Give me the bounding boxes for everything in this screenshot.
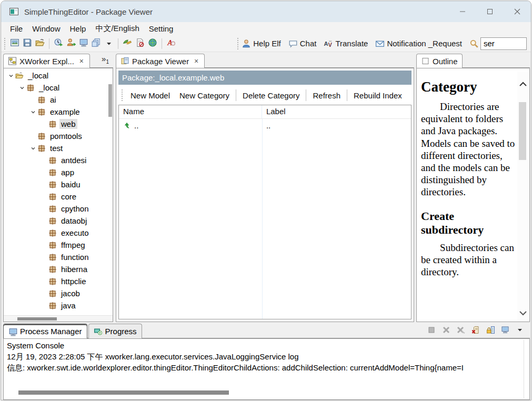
toolbar-right-grip[interactable] bbox=[237, 38, 239, 49]
run-user-button[interactable] bbox=[65, 37, 77, 50]
terminate-icon[interactable] bbox=[427, 326, 436, 334]
tree-item-test[interactable]: test bbox=[4, 142, 113, 154]
tree-item-label: app bbox=[59, 167, 76, 177]
tab-xworker-explorer[interactable]: XWorker Expl... × bbox=[3, 54, 90, 68]
refresh-button[interactable]: Refresh bbox=[308, 89, 345, 102]
dropdown-arrow-icon[interactable] bbox=[515, 326, 525, 334]
menu-bar: FileWindowHelp中文/EnglishSetting bbox=[1, 22, 531, 35]
chat-button[interactable]: Chat bbox=[288, 39, 317, 48]
tree-item-executo[interactable]: executo bbox=[4, 227, 113, 239]
chevron-spacer bbox=[40, 289, 48, 298]
tree-item-example[interactable]: example bbox=[4, 106, 113, 118]
menu-item-help[interactable]: Help bbox=[65, 23, 91, 34]
package-folder-icon bbox=[121, 57, 129, 65]
tab-close-icon[interactable]: × bbox=[78, 57, 85, 65]
new-category-button[interactable]: New Category bbox=[175, 89, 234, 102]
tree-item-antdesi[interactable]: antdesi bbox=[4, 154, 113, 166]
verify-document-button[interactable] bbox=[134, 37, 146, 50]
schedule-refresh-button[interactable] bbox=[52, 37, 65, 50]
monitor-button[interactable] bbox=[77, 37, 90, 50]
gallery-button[interactable] bbox=[8, 37, 21, 50]
tree-item-dataobj[interactable]: dataobj bbox=[4, 215, 113, 227]
column-header-label[interactable]: Label bbox=[262, 105, 290, 118]
chevron-spacer bbox=[40, 277, 48, 286]
table-row[interactable]: .... bbox=[119, 119, 411, 132]
right-sash[interactable] bbox=[414, 53, 415, 322]
save-button[interactable] bbox=[21, 37, 34, 50]
tree-item-hiberna[interactable]: hiberna bbox=[4, 263, 113, 275]
package-tree: _local_localaiexamplewebpomtoolstestantd… bbox=[4, 68, 113, 315]
help-elf-button[interactable]: Help Elf bbox=[242, 39, 281, 48]
tree-item-ffmpeg[interactable]: ffmpeg bbox=[4, 239, 113, 251]
tree-item-app[interactable]: app bbox=[4, 166, 113, 178]
action-label: Translate bbox=[335, 39, 368, 48]
chevron-down-icon[interactable] bbox=[18, 84, 26, 92]
delete-category-button[interactable]: Delete Category bbox=[238, 89, 304, 102]
tree-item-local[interactable]: _local bbox=[4, 82, 113, 94]
column-header-name[interactable]: Name bbox=[119, 105, 262, 118]
tree-item-java[interactable]: java bbox=[4, 299, 113, 312]
tree-item-baidu[interactable]: baidu bbox=[4, 178, 113, 191]
tree-item-label: hiberna bbox=[59, 264, 89, 274]
rebuild-index-button[interactable]: Rebuild Index bbox=[349, 89, 407, 102]
chevron-down-icon[interactable] bbox=[7, 72, 15, 80]
tree-vertical-scroll-thumb[interactable] bbox=[108, 84, 112, 117]
tab-close-icon[interactable]: × bbox=[193, 57, 200, 65]
more-tabs-indicator[interactable]: »1 bbox=[102, 54, 113, 67]
tree-item-local[interactable]: _local bbox=[4, 69, 113, 82]
edit-pencil-button[interactable] bbox=[121, 37, 134, 50]
tab-progress[interactable]: Progress bbox=[88, 324, 142, 338]
maximize-button[interactable] bbox=[476, 1, 504, 22]
scroll-up-icon[interactable] bbox=[517, 79, 528, 89]
tree-item-cpython[interactable]: cpython bbox=[4, 203, 113, 215]
search-area bbox=[469, 37, 527, 50]
tree-item-httpclie[interactable]: httpclie bbox=[4, 275, 113, 287]
menu-item-file[interactable]: File bbox=[5, 23, 27, 34]
tree-item-core[interactable]: core bbox=[4, 191, 113, 203]
remove-launch-icon[interactable] bbox=[441, 326, 451, 334]
copy-pages-button[interactable] bbox=[90, 37, 103, 50]
tab-process-manager[interactable]: Process Manager bbox=[3, 324, 87, 338]
menu-item-english[interactable]: 中文/English bbox=[91, 23, 144, 35]
console-scroll-thumb[interactable] bbox=[18, 390, 229, 395]
translate-button[interactable]: AVTranslate bbox=[324, 39, 368, 48]
search-input[interactable] bbox=[480, 37, 527, 50]
package-icon bbox=[48, 253, 57, 262]
tab-package-viewer[interactable]: Package Viewer × bbox=[116, 54, 205, 68]
action-label: Help Elf bbox=[253, 39, 281, 48]
tree-item-pomtools[interactable]: pomtools bbox=[4, 130, 113, 142]
scroll-lock-icon[interactable] bbox=[486, 326, 495, 334]
tree-item-function[interactable]: function bbox=[4, 251, 113, 263]
menu-item-setting[interactable]: Setting bbox=[144, 23, 178, 34]
remove-all-icon[interactable] bbox=[456, 326, 466, 334]
outline-paragraph: Subdirectories can be created within a d… bbox=[421, 242, 517, 278]
chevron-down-icon[interactable] bbox=[29, 144, 37, 153]
system-console[interactable]: System Console 12月 19, 2023 2:28:05 下午 x… bbox=[3, 338, 530, 400]
globe-button[interactable] bbox=[146, 37, 159, 50]
close-button[interactable] bbox=[504, 1, 531, 22]
console-monitor-icon[interactable] bbox=[500, 326, 510, 334]
label-cell: .. bbox=[262, 121, 275, 130]
flash-button[interactable]: A bbox=[165, 37, 177, 50]
chevron-down-icon[interactable] bbox=[29, 108, 37, 116]
notification-request-button[interactable]: Notification _Request bbox=[375, 39, 462, 48]
tree-horizontal-scroll-thumb[interactable] bbox=[17, 317, 57, 320]
toolbar-grip[interactable] bbox=[4, 38, 6, 49]
outline-scroll-thumb[interactable] bbox=[519, 102, 526, 160]
tree-item-ai[interactable]: ai bbox=[4, 94, 113, 106]
open-folder-button[interactable] bbox=[34, 37, 46, 50]
tree-item-jacob[interactable]: jacob bbox=[4, 287, 113, 299]
package-toolbar-grip[interactable] bbox=[122, 89, 124, 101]
scroll-down-icon[interactable] bbox=[517, 308, 528, 318]
tab-outline[interactable]: Outline bbox=[416, 54, 463, 68]
menu-item-window[interactable]: Window bbox=[27, 23, 65, 34]
tree-item-web[interactable]: web bbox=[4, 118, 113, 130]
package-icon bbox=[48, 265, 57, 274]
column-divider[interactable] bbox=[262, 119, 263, 319]
minimize-button[interactable] bbox=[449, 1, 476, 22]
clear-log-icon[interactable] bbox=[471, 326, 480, 334]
new-model-button[interactable]: New Model bbox=[126, 89, 175, 102]
explorer-tree-icon bbox=[8, 57, 17, 65]
chat-bubble-icon bbox=[288, 39, 298, 48]
dropdown-arrow-button[interactable] bbox=[103, 37, 115, 50]
